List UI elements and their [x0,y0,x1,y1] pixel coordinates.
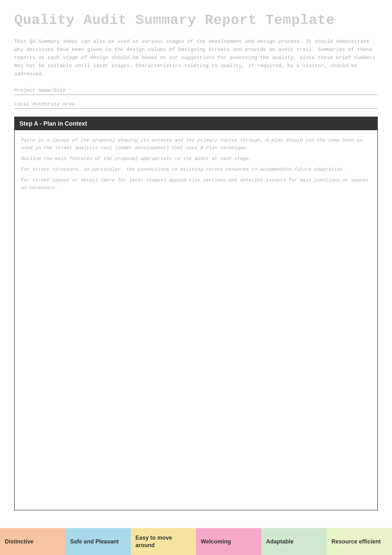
authority-area-label: Local Authority Area [14,101,78,108]
footer-cell-welcoming: Welcoming [196,528,261,555]
authority-area-field[interactable]: Local Authority Area [14,101,378,109]
project-name-field[interactable]: Project Name/Site [14,88,378,95]
step-a-instruction-1: Paste in a layout of the proposal showin… [21,137,371,152]
footer-cell-adaptable: Adaptable [261,528,327,555]
step-a-content: Paste in a layout of the proposal showin… [15,130,377,510]
project-name-line [69,94,378,95]
step-a-header: Step A - Plan in Context [15,117,377,130]
footer-cell-easy-move: Easy to move around [131,528,196,555]
project-name-label: Project Name/Site [14,88,69,95]
footer-bar: Distinctive Safe and Pleasant Easy to mo… [0,528,392,555]
footer-cell-safe-pleasant: Safe and Pleasant [65,528,131,555]
footer-cell-resource-efficient: Resource efficient [327,528,392,555]
authority-area-line [78,108,378,108]
page-title: Quality Audit Summary Report Template [14,13,378,28]
step-a-instruction-2: Outline the main features of the proposa… [21,155,371,162]
footer-cell-distinctive: Distinctive [0,528,65,555]
step-a-instruction-3: For street structure, in particular, the… [21,166,371,173]
intro-paragraph: This QA Summary sheet can also be used a… [14,37,378,78]
step-a-section: Step A - Plan in Context Paste in a layo… [14,117,378,510]
step-a-instruction-4: For street layout or detail (more for la… [21,176,371,192]
